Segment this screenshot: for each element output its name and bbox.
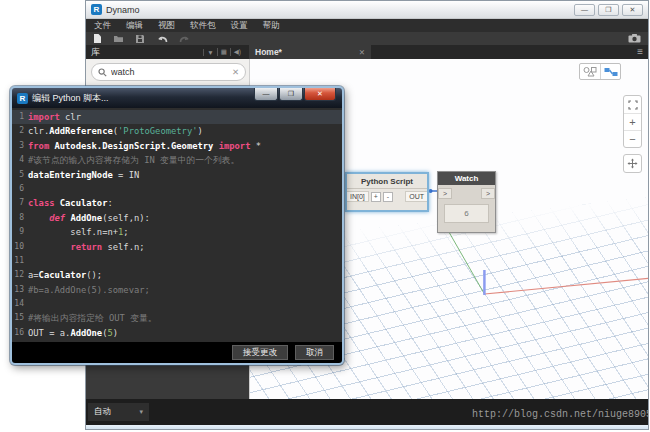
accept-changes-button[interactable]: 接受更改 bbox=[232, 345, 288, 360]
watch-value: 6 bbox=[444, 204, 489, 223]
line-number: 6 bbox=[12, 182, 28, 196]
library-search-strip: ✕ bbox=[86, 59, 249, 86]
watch-in-port[interactable]: > bbox=[438, 188, 452, 199]
menu-item-packages[interactable]: 软件包 bbox=[190, 20, 216, 32]
graph-view-button[interactable] bbox=[600, 64, 620, 79]
menu-item-view[interactable]: 视图 bbox=[158, 20, 175, 32]
line-number: 14 bbox=[12, 297, 28, 311]
python-out-port[interactable]: OUT bbox=[405, 191, 427, 202]
minimize-button[interactable]: — bbox=[574, 4, 595, 16]
clear-search-icon[interactable]: ✕ bbox=[232, 67, 239, 77]
remove-input-button[interactable]: - bbox=[383, 192, 393, 202]
menu-item-settings[interactable]: 设置 bbox=[231, 20, 248, 32]
axis-y-green bbox=[446, 226, 485, 294]
node-watch[interactable]: Watch > > 6 bbox=[437, 171, 496, 233]
dialog-minimize-button[interactable]: — bbox=[254, 88, 278, 101]
code-line[interactable]: 9 self.n=n+1; bbox=[12, 225, 342, 239]
code-text: from Autodesk.DesignScript.Geometry impo… bbox=[28, 139, 261, 153]
caret-down-icon: ▾ bbox=[139, 408, 143, 416]
code-text: import clr bbox=[28, 110, 81, 124]
dialog-title: 编辑 Python 脚本... bbox=[32, 92, 109, 105]
cancel-button[interactable]: 取消 bbox=[295, 345, 334, 360]
python-in-port[interactable]: IN[0] bbox=[347, 191, 369, 202]
code-text: OUT = a.AddOne(5) bbox=[28, 326, 118, 340]
library-header-label: 库 bbox=[91, 46, 100, 59]
code-line[interactable]: 5dataEnteringNode = IN bbox=[12, 168, 342, 182]
code-line[interactable]: 10 return self.n; bbox=[12, 240, 342, 254]
line-number: 7 bbox=[12, 196, 28, 210]
code-line[interactable]: 12a=Caculator(); bbox=[12, 268, 342, 282]
geometry-view-button[interactable] bbox=[580, 64, 600, 79]
dialog-footer: 接受更改 取消 bbox=[12, 342, 342, 363]
code-text: dataEnteringNode = IN bbox=[28, 168, 139, 182]
watch-out-port[interactable]: > bbox=[481, 188, 495, 199]
search-box[interactable]: ✕ bbox=[91, 63, 246, 81]
code-line[interactable]: 13#b=a.AddOne(5).somevar; bbox=[12, 283, 342, 297]
code-line[interactable]: 11 bbox=[12, 254, 342, 268]
code-line[interactable]: 4#该节点的输入内容将存储为 IN 变量中的一个列表。 bbox=[12, 153, 342, 167]
python-node-title[interactable]: Python Script bbox=[347, 174, 427, 189]
toolbar bbox=[86, 32, 648, 45]
zoom-out-button[interactable]: − bbox=[624, 130, 641, 147]
close-button[interactable]: ✕ bbox=[622, 4, 643, 16]
library-filter-icon[interactable]: ▼ bbox=[203, 49, 216, 56]
line-number: 4 bbox=[12, 153, 28, 167]
window-title: Dynamo bbox=[106, 5, 140, 15]
undo-icon[interactable] bbox=[156, 34, 168, 43]
pan-button[interactable] bbox=[624, 155, 641, 172]
save-icon[interactable] bbox=[135, 34, 145, 44]
maximize-button[interactable]: ❐ bbox=[598, 4, 619, 16]
tab-home[interactable]: Home* ✕ bbox=[249, 45, 371, 59]
watch-node-title[interactable]: Watch bbox=[438, 172, 495, 185]
line-number: 3 bbox=[12, 139, 28, 153]
code-line[interactable]: 16OUT = a.AddOne(5) bbox=[12, 326, 342, 340]
code-line[interactable]: 1import clr bbox=[12, 110, 342, 124]
line-number: 8 bbox=[12, 211, 28, 225]
library-layout-icon[interactable]: ▦ bbox=[217, 48, 230, 56]
run-mode-label: 自动 bbox=[94, 406, 111, 418]
navigation-controls: + − bbox=[623, 95, 642, 179]
code-text: a=Caculator(); bbox=[28, 268, 102, 282]
camera-export-icon[interactable] bbox=[628, 34, 641, 43]
code-line[interactable]: 7class Caculator: bbox=[12, 196, 342, 210]
menu-item-help[interactable]: 帮助 bbox=[263, 20, 280, 32]
python-editor-dialog: R 编辑 Python 脚本... — ❐ ✕ 1import clr2clr.… bbox=[10, 86, 344, 365]
code-text: #b=a.AddOne(5).somevar; bbox=[28, 283, 150, 297]
dialog-close-button[interactable]: ✕ bbox=[304, 88, 336, 101]
run-mode-dropdown[interactable]: 自动 ▾ bbox=[88, 403, 149, 421]
tab-close-icon[interactable]: ✕ bbox=[359, 48, 365, 57]
tabbar: 库 ▼ ▦ ◀) Home* ✕ ≡ bbox=[86, 45, 648, 59]
redo-icon[interactable] bbox=[179, 34, 191, 43]
code-line[interactable]: 3from Autodesk.DesignScript.Geometry imp… bbox=[12, 139, 342, 153]
menu-item-file[interactable]: 文件 bbox=[94, 20, 111, 32]
search-input[interactable] bbox=[111, 67, 228, 77]
node-python-script[interactable]: Python Script IN[0] + - OUT bbox=[345, 172, 429, 212]
code-text: def AddOne(self,n): bbox=[28, 211, 150, 225]
open-folder-icon[interactable] bbox=[113, 34, 124, 43]
line-number: 5 bbox=[12, 168, 28, 182]
code-text: class Caculator: bbox=[28, 196, 113, 210]
dynamo-logo-icon: R bbox=[91, 4, 102, 15]
watermark-text: http://blog.csdn.net/niuge8905 bbox=[472, 409, 649, 420]
zoom-in-button[interactable]: + bbox=[624, 113, 641, 130]
dialog-maximize-button[interactable]: ❐ bbox=[279, 88, 303, 101]
dialog-titlebar[interactable]: R 编辑 Python 脚本... — ❐ ✕ bbox=[12, 88, 342, 108]
code-line[interactable]: 15#将输出内容指定给 OUT 变量。 bbox=[12, 311, 342, 325]
line-number: 12 bbox=[12, 268, 28, 282]
search-icon bbox=[98, 68, 107, 77]
hamburger-icon[interactable]: ≡ bbox=[637, 47, 643, 57]
page: R Dynamo — ❐ ✕ 文件编辑视图软件包设置帮助 bbox=[0, 0, 650, 432]
new-file-icon[interactable] bbox=[93, 33, 102, 44]
line-number: 9 bbox=[12, 225, 28, 239]
code-line[interactable]: 2clr.AddReference('ProtoGeometry') bbox=[12, 124, 342, 138]
library-audio-icon[interactable]: ◀) bbox=[230, 48, 244, 56]
line-number: 11 bbox=[12, 254, 28, 268]
code-line[interactable]: 8 def AddOne(self,n): bbox=[12, 211, 342, 225]
code-line[interactable]: 14 bbox=[12, 297, 342, 311]
code-line[interactable]: 6 bbox=[12, 182, 342, 196]
menu-item-edit[interactable]: 编辑 bbox=[126, 20, 143, 32]
add-input-button[interactable]: + bbox=[371, 192, 381, 202]
code-editor[interactable]: 1import clr2clr.AddReference('ProtoGeome… bbox=[12, 108, 342, 342]
fit-view-button[interactable] bbox=[624, 96, 641, 113]
window-titlebar[interactable]: R Dynamo — ❐ ✕ bbox=[86, 1, 648, 19]
